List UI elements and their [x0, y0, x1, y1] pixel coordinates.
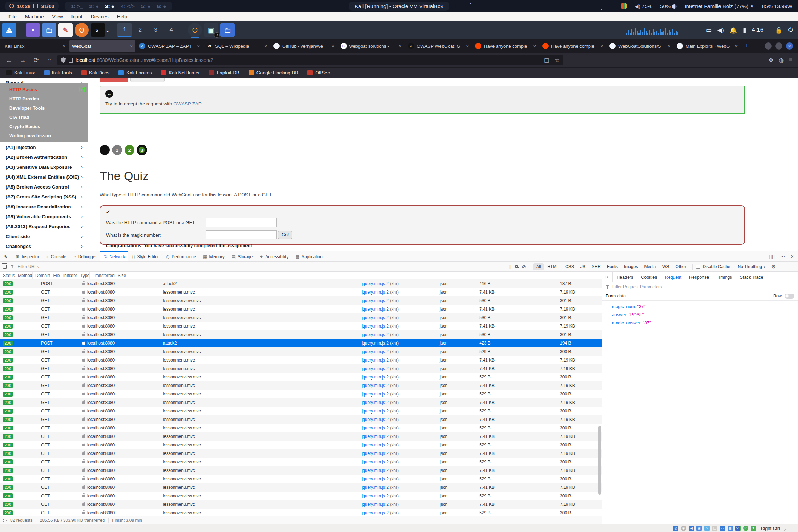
extensions-icon[interactable]: ❖ [768, 57, 774, 64]
initiator-link[interactable]: jquery.min.js:2 [362, 502, 388, 507]
initiator-link[interactable]: jquery.min.js:2 [362, 383, 388, 388]
browser-tab[interactable]: GitHub - vernjan/we × [271, 40, 337, 52]
terminal-open-window-icon[interactable]: ▣ 3 [204, 23, 218, 37]
sidebar-lesson-item[interactable]: Writing new lesson ✔ [0, 131, 88, 140]
expand-panel-icon[interactable]: ▷ [602, 272, 613, 282]
column-header[interactable]: Type [77, 272, 90, 279]
display-tray-icon[interactable]: ▭ [706, 27, 712, 34]
bookmark-item[interactable]: Kali Linux [6, 70, 35, 75]
tab-close-icon[interactable]: × [63, 44, 65, 49]
sidebar-category[interactable]: Client side › [0, 231, 88, 241]
request-row[interactable]: 200 GET localhost:8080 lessonoverview.mv… [0, 458, 602, 466]
devtools-tab[interactable]: ◔ Debugger [70, 251, 100, 261]
sidebar-lesson-item[interactable]: CIA Triad ✔ [0, 112, 88, 122]
browser-tab[interactable]: Have anyone comple × [472, 40, 539, 52]
account-icon[interactable]: ◍ [779, 57, 784, 64]
initiator-link[interactable]: jquery.min.js:2 [362, 476, 388, 481]
battery-tray-icon[interactable]: ▮ [743, 27, 746, 34]
kali-workspace-number[interactable]: 1 [117, 23, 132, 37]
detail-tab[interactable]: Headers [613, 272, 637, 282]
request-row[interactable]: 200 GET localhost:8080 lessonoverview.mv… [0, 424, 602, 432]
initiator-link[interactable]: jquery.min.js:2 [362, 485, 388, 490]
browser-tab[interactable]: Z OWASP ZAP – ZAP i × [136, 40, 203, 52]
initiator-link[interactable]: jquery.min.js:2 [362, 281, 388, 286]
tab-close-icon[interactable]: × [130, 44, 133, 49]
initiator-link[interactable]: jquery.min.js:2 [362, 510, 388, 515]
initiator-link[interactable]: jquery.min.js:2 [362, 468, 388, 473]
request-row[interactable]: 200 GET localhost:8080 lessonmenu.mvc jq… [0, 288, 602, 296]
host-workspace-item[interactable]: 2: ● [89, 3, 99, 9]
initiator-link[interactable]: jquery.min.js:2 [362, 358, 388, 363]
detail-tab[interactable]: Stack Trace [736, 272, 767, 282]
virtualbox-menu-item[interactable]: View [48, 13, 66, 20]
detail-tab[interactable]: Cookies [637, 272, 661, 282]
bookmark-item[interactable]: Google Hacking DB [249, 70, 299, 75]
sidebar-lesson-item[interactable]: HTTP Proxies ✔ [0, 94, 88, 103]
hamburger-menu-icon[interactable]: ≡ [789, 57, 792, 64]
initiator-link[interactable]: jquery.min.js:2 [362, 349, 388, 354]
initiator-link[interactable]: jquery.min.js:2 [362, 298, 388, 303]
filter-request-parameters-input[interactable] [612, 284, 794, 289]
initiator-link[interactable]: jquery.min.js:2 [362, 400, 388, 405]
form-data-param[interactable]: answer: "POST" [612, 312, 798, 317]
home-button[interactable]: ⌂ [44, 57, 55, 64]
tab-close-icon[interactable]: × [667, 44, 670, 49]
request-row[interactable]: 200 GET localhost:8080 lessonoverview.mv… [0, 330, 602, 339]
request-row[interactable]: 200 GET localhost:8080 lessonmenu.mvc jq… [0, 500, 602, 509]
virtualbox-menu-item[interactable]: Help [114, 13, 131, 20]
type-filter-button[interactable]: WS [659, 263, 672, 270]
search-icon[interactable] [515, 265, 518, 268]
initiator-link[interactable]: jquery.min.js:2 [362, 366, 388, 371]
initiator-link[interactable]: jquery.min.js:2 [362, 375, 388, 380]
request-row[interactable]: 200 GET localhost:8080 lessonoverview.mv… [0, 492, 602, 500]
disable-cache-checkbox[interactable] [696, 265, 700, 269]
request-row[interactable]: 200 GET localhost:8080 lessonmenu.mvc jq… [0, 415, 602, 424]
request-row[interactable]: 200 GET localhost:8080 lessonoverview.mv… [0, 475, 602, 483]
keyboard-capture-icon[interactable]: ▼ [751, 526, 756, 531]
sidebar-category[interactable]: (A8:2013) Request Forgeries › [0, 221, 88, 231]
request-row[interactable]: 200 GET localhost:8080 lessonmenu.mvc jq… [0, 305, 602, 313]
sidebar-category[interactable]: (A5) Broken Access Control › [0, 182, 88, 192]
column-header[interactable]: Initiator [60, 272, 77, 279]
recording-icon[interactable]: ▦ [728, 526, 733, 531]
notifications-bell-icon[interactable]: 🔔 [730, 27, 737, 34]
vm-features-icon[interactable]: V [735, 526, 741, 531]
go-button[interactable]: Go! [278, 231, 292, 239]
sidebar-category[interactable]: (A3) Sensitive Data Exposure › [0, 162, 88, 172]
volume-status[interactable]: ◀) 75% [635, 3, 652, 9]
initiator-link[interactable]: jquery.min.js:2 [362, 434, 388, 439]
back-button[interactable]: ← [4, 57, 15, 64]
initiator-link[interactable]: jquery.min.js:2 [362, 392, 388, 397]
network-adapter-icon[interactable]: ▣ [696, 526, 702, 531]
column-header[interactable]: Status [0, 272, 15, 279]
previous-hint-icon[interactable]: ← [105, 90, 113, 98]
browser-tab[interactable]: Main Exploits · WebG × [674, 40, 740, 52]
request-row[interactable]: 200 GET localhost:8080 lessonoverview.mv… [0, 296, 602, 305]
browser-tab[interactable]: W SQL – Wikipedia × [203, 40, 270, 52]
firefox-launcher-icon[interactable]: ʘ [75, 23, 89, 37]
column-header[interactable]: Domain [33, 272, 50, 279]
tracking-shield-icon[interactable] [61, 57, 66, 63]
owasp-zap-link[interactable]: OWASP ZAP [173, 101, 202, 106]
audio-tray-icon[interactable]: ◀) [717, 27, 724, 34]
column-header[interactable]: File [50, 272, 60, 279]
type-filter-button[interactable]: JS [578, 263, 588, 270]
request-row[interactable]: 200 GET localhost:8080 lessonmenu.mvc jq… [0, 449, 602, 458]
page-info-icon[interactable] [69, 58, 73, 63]
request-row[interactable]: 200 GET localhost:8080 lessonmenu.mvc jq… [0, 381, 602, 390]
host-workspace-item[interactable]: 3: ● [105, 3, 115, 9]
request-row[interactable]: 200 GET localhost:8080 lessonoverview.mv… [0, 441, 602, 449]
pause-traffic-icon[interactable]: || [509, 264, 511, 269]
request-row[interactable]: 200 GET localhost:8080 lessonoverview.mv… [0, 407, 602, 415]
tab-close-icon[interactable]: × [533, 44, 536, 49]
sidebar-category[interactable]: (A8) Insecure Deserialization › [0, 202, 88, 212]
pick-element-icon[interactable]: ⬉ [0, 251, 12, 261]
page-number-button[interactable]: 3 [137, 145, 147, 155]
browser-tab[interactable]: Have anyone comple × [539, 40, 606, 52]
responsive-design-icon[interactable]: ▯▯ [769, 254, 774, 259]
detail-tab[interactable]: Timings [713, 272, 736, 282]
host-workspace-item[interactable]: 6: ● [157, 3, 166, 9]
browser-tab[interactable]: Kali Linux × [2, 40, 68, 52]
devtools-tab[interactable]: » Console [43, 251, 70, 261]
resize-grip[interactable] [784, 526, 789, 531]
